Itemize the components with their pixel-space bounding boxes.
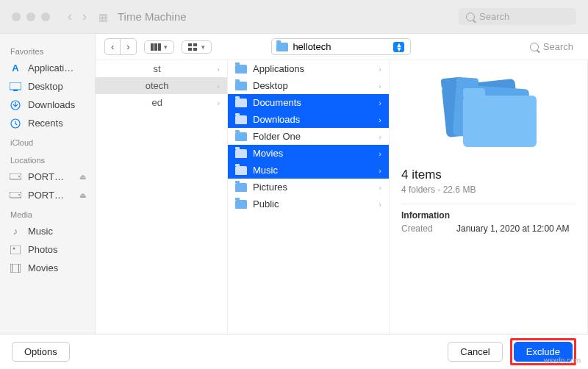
minimize-dot[interactable] [26,12,35,21]
item-label: Movies [253,148,283,159]
svg-rect-12 [18,264,19,273]
item-label: Desktop [253,80,288,91]
item-label: Applications [253,63,304,74]
folder-icon [235,200,247,209]
chevron-right-icon: › [379,98,381,107]
svg-rect-16 [188,43,192,46]
chevron-right-icon: › [379,166,381,175]
sidebar-item-label: PORT… [28,190,64,201]
sidebar-section-header: Locations [0,150,95,168]
sidebar-item-label: Desktop [28,81,63,92]
down-icon [9,100,22,110]
search-icon [530,43,539,51]
list-item[interactable]: Downloads› [228,111,389,128]
folder-icon [235,166,247,175]
forward-button[interactable]: › [121,38,136,55]
chevron-right-icon: › [217,98,220,107]
preview-subtitle: 4 folders - 22.6 MB [401,184,576,195]
sidebar-item[interactable]: PORT…⏏ [0,168,95,186]
svg-rect-0 [10,82,21,90]
titlebar-search[interactable]: Search [459,8,576,25]
folder-icon [235,82,247,90]
list-item[interactable]: otech› [96,77,227,94]
svg-point-7 [18,194,20,196]
path-stepper-icon: ▲▼ [393,42,404,52]
view-columns-button[interactable]: ▾ [144,40,174,54]
options-button[interactable]: Options [12,342,70,362]
sidebar-item[interactable]: AApplicati… [0,59,95,77]
svg-rect-8 [10,246,21,254]
close-dot[interactable] [12,12,21,21]
chevron-right-icon: › [217,82,220,90]
preview-title: 4 items [401,168,576,182]
path-label: hellotech [293,41,331,52]
file-browser: ‹ › ▾ ▾ hellotech ▲▼ Search st›otech [96,34,588,334]
cancel-button[interactable]: Cancel [448,342,502,362]
svg-point-5 [18,176,20,177]
back-button[interactable]: ‹ [104,38,121,55]
folder-icon [276,43,288,51]
chevron-right-icon: › [217,65,220,74]
music-icon: ♪ [9,226,22,237]
item-label: ed [151,97,162,108]
chevron-right-icon: › [379,82,381,90]
movie-icon [9,263,22,273]
item-label: Public [253,198,279,209]
sidebar-item-label: Recents [28,118,63,129]
browser-toolbar: ‹ › ▾ ▾ hellotech ▲▼ Search [96,34,588,60]
path-popup[interactable]: hellotech ▲▼ [271,38,411,55]
svg-rect-15 [158,43,161,51]
list-item[interactable]: Public› [228,196,389,212]
A-icon: A [9,63,22,74]
clock-icon [9,118,22,129]
grid-icon[interactable]: ▦ [98,11,109,23]
svg-rect-1 [13,90,18,91]
list-item[interactable]: Desktop› [228,77,389,94]
browser-search[interactable]: Search [524,39,579,54]
watermark: wsxdn.com [544,357,581,365]
sidebar-item[interactable]: Photos [0,240,95,259]
sidebar-item-label: Applicati… [28,62,74,74]
drive-icon [9,172,22,182]
list-item[interactable]: Folder One› [228,128,389,145]
sidebar-section-header: iCloud [0,132,95,150]
sidebar-section-header: Media [0,204,95,222]
list-item[interactable]: Documents› [228,94,389,111]
preview-column: 4 items 4 folders - 22.6 MB Information … [390,60,588,334]
traffic-lights [12,12,50,21]
svg-rect-14 [154,43,157,51]
eject-icon[interactable]: ⏏ [79,191,86,199]
sidebar-item-label: Music [28,226,53,237]
chevron-right-icon: › [379,200,381,209]
browser-search-placeholder: Search [543,41,573,52]
item-label: Folder One [253,131,301,142]
list-item[interactable]: ed› [96,94,227,111]
svg-rect-17 [193,43,197,46]
sidebar-item[interactable]: ♪Music [0,222,95,240]
list-item[interactable]: Movies› [228,145,389,162]
forward-arrow-icon[interactable]: › [79,7,90,26]
sidebar-item[interactable]: Recents [0,114,95,132]
window-titlebar: ‹ › ▦ Time Machine Search [0,0,588,34]
titlebar-nav: ‹ › [65,7,90,26]
item-label: st [154,63,161,74]
eject-icon[interactable]: ⏏ [79,173,86,181]
desk-icon [9,82,22,92]
group-button[interactable]: ▾ [182,40,212,54]
svg-rect-11 [12,264,12,273]
list-item[interactable]: Music› [228,162,389,179]
list-item[interactable]: Pictures› [228,179,389,196]
list-item[interactable]: Applications› [228,60,389,77]
folder-icon [235,98,247,107]
zoom-dot[interactable] [41,12,50,21]
sidebar-item[interactable]: Downloads [0,96,95,114]
sidebar-item[interactable]: Movies [0,259,95,277]
sidebar-item-label: Downloads [28,99,75,110]
back-arrow-icon[interactable]: ‹ [65,7,75,26]
column-1[interactable]: st›otech›ed› [96,60,228,334]
sidebar-item[interactable]: Desktop [0,77,95,96]
column-2[interactable]: Applications›Desktop›Documents›Downloads… [228,60,390,334]
list-item[interactable]: st› [96,60,227,77]
sidebar-item[interactable]: PORT…⏏ [0,186,95,204]
chevron-right-icon: › [379,115,381,124]
